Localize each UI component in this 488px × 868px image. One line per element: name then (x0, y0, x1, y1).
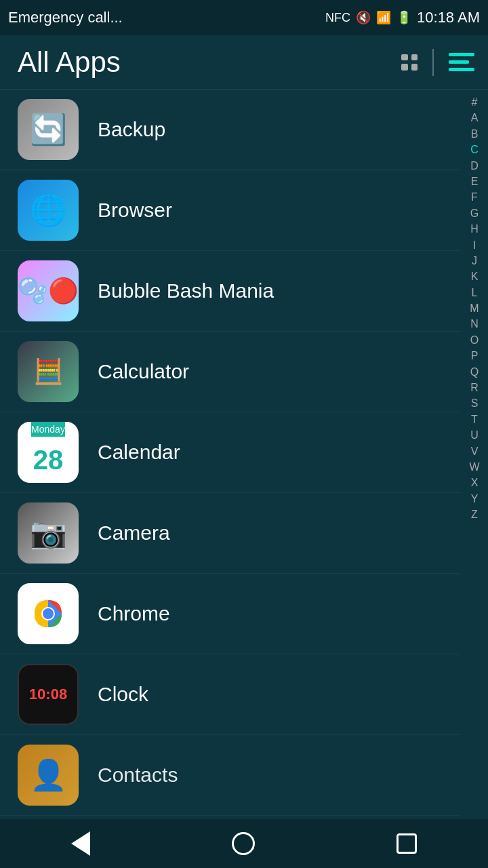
status-icons: NFC 🔇 📶 🔋 10:18 AM (325, 9, 480, 26)
alpha-k[interactable]: K (471, 269, 479, 284)
header: All Apps (0, 35, 488, 90)
alpha-c[interactable]: C (470, 142, 479, 157)
alpha-p[interactable]: P (471, 349, 479, 363)
nav-recent-button[interactable] (376, 827, 437, 861)
alpha-a[interactable]: A (471, 111, 479, 125)
alpha-t[interactable]: T (471, 412, 478, 427)
list-line (449, 53, 474, 56)
alpha-v[interactable]: V (471, 444, 479, 459)
alpha-s[interactable]: S (471, 396, 479, 411)
alpha-g[interactable]: G (470, 206, 479, 221)
alpha-q[interactable]: Q (470, 365, 479, 380)
list-item[interactable]: 👤 Contacts (0, 735, 461, 816)
list-line (449, 68, 474, 71)
grid-dot (411, 64, 418, 71)
clock-display-time: 10:08 (29, 686, 67, 703)
alpha-y[interactable]: Y (471, 492, 479, 507)
status-mute-icon: 🔇 (356, 10, 371, 25)
list-item[interactable]: 🔄 Backup (0, 90, 461, 170)
alpha-w[interactable]: W (469, 460, 479, 475)
view-divider (432, 49, 434, 76)
backup-app-icon: 🔄 (18, 99, 79, 160)
clock-app-icon: 10:08 (18, 664, 79, 725)
list-item[interactable]: Chrome (0, 574, 461, 654)
home-icon (232, 832, 255, 855)
grid-view-button[interactable] (397, 50, 422, 75)
alpha-d[interactable]: D (470, 159, 479, 174)
app-name-browser: Browser (98, 199, 172, 222)
alpha-x[interactable]: X (471, 475, 479, 490)
status-emergency-call: Emergency call... (8, 9, 123, 26)
alpha-m[interactable]: M (470, 301, 479, 316)
chrome-app-icon (18, 583, 79, 644)
calculator-app-icon: 🧮 (18, 341, 79, 402)
list-item[interactable]: 🫧🔴 Bubble Bash Mania (0, 251, 461, 332)
app-list: 🔄 Backup 🌐 Browser 🫧🔴 Bubble Bash Mania … (0, 90, 461, 819)
app-list-container: 🔄 Backup 🌐 Browser 🫧🔴 Bubble Bash Mania … (0, 90, 488, 819)
alpha-o[interactable]: O (470, 333, 479, 348)
contacts-app-icon: 👤 (18, 745, 79, 806)
status-nfc-icon: NFC (325, 11, 350, 25)
app-name-chrome: Chrome (98, 602, 170, 625)
grid-dot (401, 54, 408, 61)
app-name-calculator: Calculator (98, 360, 189, 383)
alpha-h[interactable]: H (470, 222, 479, 237)
list-line (449, 60, 469, 64)
list-item[interactable]: 10:08 Clock (0, 654, 461, 735)
app-name-calendar: Calendar (98, 441, 180, 464)
alpha-z[interactable]: Z (471, 507, 478, 522)
alpha-i[interactable]: I (473, 238, 476, 253)
camera-app-icon: 📷 (18, 502, 79, 564)
list-view-button[interactable] (445, 49, 470, 75)
status-bar: Emergency call... NFC 🔇 📶 🔋 10:18 AM (0, 0, 488, 35)
status-battery-saver-icon: 🔋 (396, 10, 411, 25)
alphabet-sidebar: # A B C D E F G H I J K L M N O P Q R S … (461, 90, 488, 819)
page-title: All Apps (18, 46, 121, 79)
alpha-n[interactable]: N (470, 317, 479, 332)
list-item[interactable]: 📷 Camera (0, 493, 461, 574)
alpha-j[interactable]: J (472, 254, 477, 269)
grid-dot (411, 54, 418, 61)
calendar-day-label: Monday (31, 422, 65, 437)
app-name-clock: Clock (98, 683, 148, 706)
nav-back-button[interactable] (51, 825, 110, 863)
calendar-date-number: 28 (33, 437, 64, 483)
alpha-r[interactable]: R (470, 380, 479, 395)
header-actions (397, 49, 470, 76)
status-wifi-icon: 📶 (376, 10, 391, 25)
list-item[interactable]: 🌐 Browser (0, 170, 461, 251)
alpha-hash[interactable]: # (472, 95, 478, 110)
app-name-bubble-bash: Bubble Bash Mania (98, 279, 274, 302)
alpha-l[interactable]: L (472, 285, 478, 300)
calendar-app-icon: Monday 28 (18, 422, 79, 483)
alpha-e[interactable]: E (471, 174, 479, 189)
svg-point-3 (43, 608, 54, 619)
list-item[interactable]: 🧮 Calculator (0, 332, 461, 412)
bubble-bash-app-icon: 🫧🔴 (18, 260, 79, 321)
alpha-b[interactable]: B (471, 127, 479, 142)
app-name-backup: Backup (98, 118, 165, 141)
browser-app-icon: 🌐 (18, 180, 79, 241)
alpha-f[interactable]: F (471, 190, 478, 205)
alpha-u[interactable]: U (470, 428, 479, 443)
app-name-camera: Camera (98, 521, 170, 545)
grid-dot (401, 64, 408, 71)
list-item[interactable]: Monday 28 Calendar (0, 412, 461, 493)
nav-bar (0, 819, 488, 868)
status-time: 10:18 AM (417, 9, 480, 26)
nav-home-button[interactable] (211, 825, 275, 862)
back-icon (71, 831, 90, 856)
app-name-contacts: Contacts (98, 764, 178, 787)
recent-icon (396, 833, 417, 854)
